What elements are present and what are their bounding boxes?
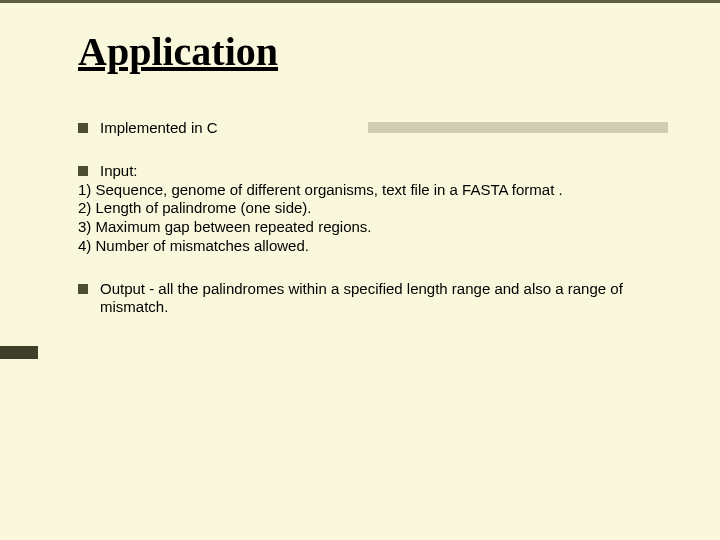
top-border: [0, 0, 720, 3]
input-item-3: 3) Maximum gap between repeated regions.: [78, 218, 680, 237]
input-item-1: 1) Sequence, genome of different organis…: [78, 181, 680, 200]
square-bullet-icon: [78, 123, 88, 133]
bullet-text: Input:: [100, 162, 680, 181]
slide-content: Implemented in C Input: 1) Sequence, gen…: [78, 119, 680, 317]
bullet-output: Output - all the palindromes within a sp…: [78, 280, 680, 318]
input-item-4: 4) Number of mismatches allowed.: [78, 237, 680, 256]
input-item-2: 2) Length of palindrome (one side).: [78, 199, 680, 218]
bullet-text: Output - all the palindromes within a sp…: [100, 280, 680, 318]
bullet-text: Implemented in C: [100, 119, 680, 138]
bullet-input-section: Input: 1) Sequence, genome of different …: [78, 162, 680, 256]
left-accent-bar: [0, 346, 38, 359]
square-bullet-icon: [78, 284, 88, 294]
bullet-input-head: Input:: [78, 162, 680, 181]
bullet-implemented: Implemented in C: [78, 119, 680, 138]
input-list: 1) Sequence, genome of different organis…: [78, 181, 680, 256]
square-bullet-icon: [78, 166, 88, 176]
slide-title: Application: [78, 28, 720, 75]
slide: Application Implemented in C Input: 1) S…: [0, 0, 720, 540]
